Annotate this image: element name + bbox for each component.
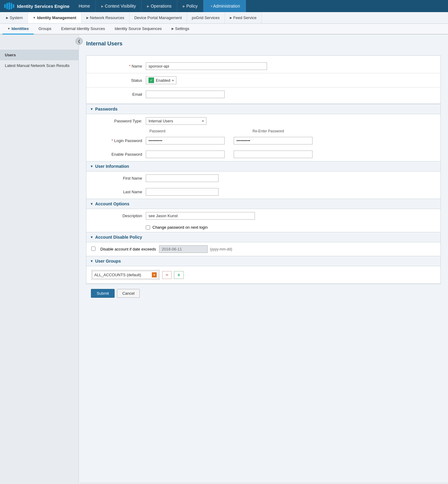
password-type-arrow: ▾: [202, 119, 204, 123]
remove-group-button[interactable]: −: [162, 271, 172, 279]
passwords-section-header[interactable]: ▼ Passwords: [86, 104, 440, 114]
cancel-button[interactable]: Cancel: [117, 289, 139, 298]
submit-button[interactable]: Submit: [91, 289, 115, 298]
second-nav-system[interactable]: ▶ System: [1, 12, 28, 23]
third-navigation-tabs: ▼ Identities Groups External Identity So…: [0, 24, 448, 35]
group-select-arrow: ▾: [152, 272, 157, 277]
nav-home[interactable]: Home: [73, 0, 95, 12]
sidebar: ❮ Users Latest Manual Network Scan Resul…: [0, 35, 79, 482]
account-disable-section-header[interactable]: ▼ Account Disable Policy: [86, 232, 440, 242]
network-resources-arrow: ▶: [86, 16, 89, 19]
account-disable-collapse-icon: ▼: [90, 235, 93, 239]
email-input[interactable]: [146, 91, 225, 98]
nav-operations-arrow: ▶: [147, 5, 149, 8]
nav-context-visibility-arrow: ▶: [101, 5, 104, 8]
user-groups-section-header[interactable]: ▼ User Groups: [86, 256, 440, 266]
svg-rect-2: [6, 3, 8, 9]
second-nav-device-portal[interactable]: Device Portal Management: [129, 12, 187, 23]
nav-administration-arrow: ▼: [210, 5, 213, 8]
svg-rect-5: [13, 4, 14, 8]
group-select[interactable]: ALL_ACCOUNTS (default) ▾: [92, 271, 159, 279]
user-groups-section: ▼ User Groups ALL_ACCOUNTS (default) ▾ −…: [86, 256, 441, 284]
change-password-row: Change password on next login: [86, 223, 440, 232]
second-nav-pxgrid[interactable]: pxGrid Services: [187, 12, 225, 23]
disable-account-checkbox[interactable]: [91, 247, 95, 251]
feed-service-arrow: ▶: [230, 16, 232, 19]
passwords-section: ▼ Passwords Password Type: Internal User…: [86, 104, 441, 161]
password-col-header: Password: [149, 129, 228, 133]
user-groups-collapse-icon: ▼: [90, 259, 93, 263]
nav-context-visibility[interactable]: ▶ Context Visibility: [96, 0, 142, 12]
account-options-section: ▼ Account Options Description Change pas…: [86, 199, 441, 232]
second-nav-feed-service[interactable]: ▶ Feed Service: [225, 12, 262, 23]
nav-policy[interactable]: ▶ Policy: [177, 0, 203, 12]
form-buttons: Submit Cancel: [86, 284, 441, 303]
identity-mgmt-arrow: ▼: [33, 16, 36, 19]
account-options-collapse-icon: ▼: [90, 202, 93, 206]
second-nav-network-resources[interactable]: ▶ Network Resources: [82, 12, 129, 23]
user-info-section-title: User Information: [95, 164, 129, 169]
account-options-section-title: Account Options: [95, 201, 129, 206]
second-nav-identity-management[interactable]: ▼ Identity Management: [28, 12, 81, 23]
svg-rect-3: [8, 2, 10, 10]
passwords-section-title: Passwords: [95, 107, 118, 111]
group-select-box: ALL_ACCOUNTS (default) ▾: [91, 270, 160, 280]
group-select-text: ALL_ACCOUNTS (default): [94, 273, 141, 277]
login-password-reenter-input[interactable]: [234, 137, 313, 144]
account-options-section-header[interactable]: ▼ Account Options: [86, 199, 440, 209]
change-password-checkbox[interactable]: [146, 225, 150, 230]
login-password-row: Login Password: [86, 134, 440, 148]
identities-arrow: ▼: [7, 27, 10, 30]
user-info-section: ▼ User Information First Name Last Name: [86, 161, 441, 199]
account-disable-section: ▼ Account Disable Policy Disable account…: [86, 232, 441, 256]
cisco-logo-icon: [4, 2, 15, 10]
first-name-input[interactable]: [146, 174, 219, 182]
name-input[interactable]: [146, 62, 267, 70]
main-layout: ❮ Users Latest Manual Network Scan Resul…: [0, 35, 448, 482]
tab-identity-source-sequences[interactable]: Identity Source Sequences: [110, 24, 166, 35]
enable-password-input[interactable]: [146, 151, 225, 158]
email-label: Email: [91, 92, 146, 97]
last-name-input[interactable]: [146, 188, 219, 196]
logo-text: Identity Services Engine: [17, 4, 69, 9]
password-type-label: Password Type:: [91, 119, 146, 123]
add-group-button[interactable]: +: [174, 271, 183, 279]
sidebar-item-users[interactable]: Users: [0, 50, 79, 60]
password-type-value: Internal Users: [149, 119, 173, 123]
second-navigation: ▶ System ▼ Identity Management ▶ Network…: [0, 12, 448, 24]
description-label: Description: [91, 214, 146, 218]
enable-password-label: Enable Password: [91, 152, 146, 157]
user-info-collapse-icon: ▼: [90, 164, 93, 168]
user-groups-row: ALL_ACCOUNTS (default) ▾ − +: [86, 266, 440, 283]
nav-operations[interactable]: ▶ Operations: [142, 0, 177, 12]
change-password-offset: Change password on next login: [146, 225, 208, 230]
password-type-dropdown[interactable]: Internal Users ▾: [146, 117, 206, 125]
tab-groups[interactable]: Groups: [34, 24, 56, 35]
enable-password-reenter-input[interactable]: [234, 151, 313, 158]
system-arrow: ▶: [6, 16, 8, 19]
svg-rect-4: [11, 3, 12, 9]
settings-arrow: ▶: [172, 27, 174, 30]
status-dropdown[interactable]: ✓ Enabled ▾: [146, 76, 176, 84]
last-name-label: Last Name: [91, 190, 146, 194]
login-password-label: Login Password: [91, 138, 146, 143]
nav-administration[interactable]: ▼ Administration: [203, 0, 246, 12]
content-area: Internal Users Name Status ✓ Enabled ▾: [79, 35, 448, 482]
status-down-arrow: ▾: [172, 79, 174, 82]
top-nav-items: Home ▶ Context Visibility ▶ Operations ▶…: [73, 0, 448, 12]
disable-date-input[interactable]: [159, 245, 208, 253]
password-type-row: Password Type: Internal Users ▾: [86, 114, 440, 128]
description-input[interactable]: [146, 212, 255, 220]
nav-policy-arrow: ▶: [183, 5, 185, 8]
tab-settings[interactable]: ▶ Settings: [167, 24, 194, 35]
tab-external-identity-sources[interactable]: External Identity Sources: [56, 24, 110, 35]
last-name-row: Last Name: [86, 185, 440, 199]
svg-rect-1: [4, 4, 6, 8]
tab-identities[interactable]: ▼ Identities: [2, 24, 34, 35]
login-password-input[interactable]: [146, 137, 225, 144]
sidebar-collapse-button[interactable]: ❮: [75, 38, 83, 45]
change-password-label: Change password on next login: [152, 225, 208, 230]
user-info-section-header[interactable]: ▼ User Information: [86, 161, 440, 171]
page-title: Internal Users: [86, 41, 441, 49]
sidebar-item-manual-scan[interactable]: Latest Manual Network Scan Results: [0, 60, 79, 71]
